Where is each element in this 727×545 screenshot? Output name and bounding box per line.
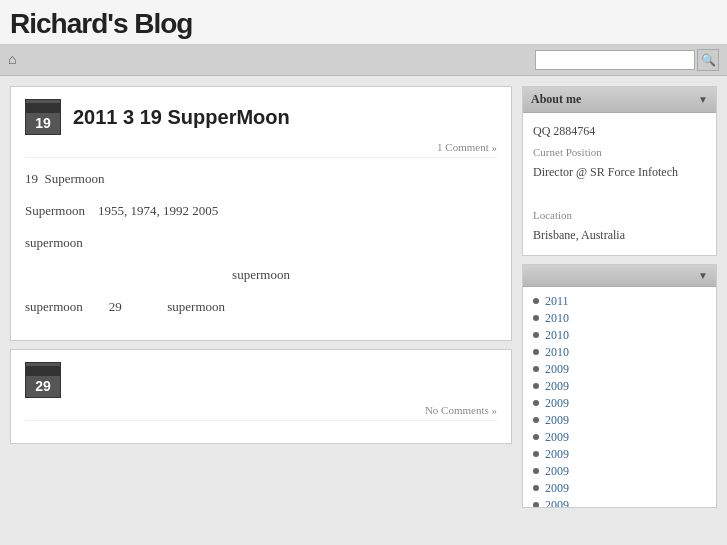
archive-item[interactable]: 2009 bbox=[533, 361, 706, 378]
archive-item[interactable]: 2009 bbox=[533, 378, 706, 395]
archive-widget-header: ▼ bbox=[523, 265, 716, 287]
post-date-icon-1: 19 bbox=[25, 99, 61, 135]
archive-widget: ▼ 20112010201020102009200920092009200920… bbox=[522, 264, 717, 508]
comment-count-2[interactable]: No Comments » bbox=[425, 404, 497, 416]
home-icon[interactable]: ⌂ bbox=[8, 52, 16, 68]
archive-item[interactable]: 2010 bbox=[533, 344, 706, 361]
about-widget: About me ▼ QQ 2884764 Curnet Position Di… bbox=[522, 86, 717, 256]
archive-year: 2009 bbox=[545, 498, 569, 507]
archive-item[interactable]: 2009 bbox=[533, 497, 706, 507]
archive-list: 2011201020102010200920092009200920092009… bbox=[523, 287, 716, 507]
archive-year: 2010 bbox=[545, 328, 569, 343]
archive-item[interactable]: 2011 bbox=[533, 293, 706, 310]
about-location: Brisbane, Australia bbox=[533, 225, 706, 247]
archive-item[interactable]: 2009 bbox=[533, 446, 706, 463]
archive-dot bbox=[533, 485, 539, 491]
archive-year: 2009 bbox=[545, 430, 569, 445]
site-title: Richard's Blog bbox=[10, 8, 717, 40]
archive-item[interactable]: 2009 bbox=[533, 429, 706, 446]
archive-year: 2009 bbox=[545, 447, 569, 462]
post-header-2: 29 bbox=[25, 362, 497, 398]
post-meta-1: 1 Comment » bbox=[25, 141, 497, 158]
archive-dot bbox=[533, 315, 539, 321]
archive-dot bbox=[533, 502, 539, 507]
archive-year: 2009 bbox=[545, 481, 569, 496]
site-header: Richard's Blog bbox=[0, 0, 727, 45]
post-meta-2: No Comments » bbox=[25, 404, 497, 421]
post-date-icon-2: 29 bbox=[25, 362, 61, 398]
archive-dot bbox=[533, 400, 539, 406]
search-button[interactable]: 🔍 bbox=[697, 49, 719, 71]
post-day-1: 19 bbox=[35, 115, 51, 131]
about-widget-header: About me ▼ bbox=[523, 87, 716, 113]
archive-item[interactable]: 2009 bbox=[533, 480, 706, 497]
archive-year: 2009 bbox=[545, 379, 569, 394]
archive-collapse-icon[interactable]: ▼ bbox=[698, 270, 708, 281]
about-widget-title: About me bbox=[531, 92, 581, 107]
post-header-1: 19 2011 3 19 SupperMoon bbox=[25, 99, 497, 135]
archive-year: 2011 bbox=[545, 294, 569, 309]
body-line-4: supermoon bbox=[25, 264, 497, 286]
archive-year: 2010 bbox=[545, 345, 569, 360]
layout: 19 2011 3 19 SupperMoon 1 Comment » 19 S… bbox=[0, 76, 727, 518]
body-line-1: 19 Supermoon bbox=[25, 168, 497, 190]
archive-year: 2009 bbox=[545, 362, 569, 377]
post-title-1: 2011 3 19 SupperMoon bbox=[73, 106, 290, 129]
archive-year: 2009 bbox=[545, 413, 569, 428]
post-day-2: 29 bbox=[35, 378, 51, 394]
archive-dot bbox=[533, 366, 539, 372]
archive-dot bbox=[533, 298, 539, 304]
archive-year: 2010 bbox=[545, 311, 569, 326]
about-position-label: Curnet Position bbox=[533, 143, 706, 163]
search-input[interactable] bbox=[535, 50, 695, 70]
post-card-1: 19 2011 3 19 SupperMoon 1 Comment » 19 S… bbox=[10, 86, 512, 341]
archive-dot bbox=[533, 383, 539, 389]
archive-item[interactable]: 2010 bbox=[533, 327, 706, 344]
archive-item[interactable]: 2010 bbox=[533, 310, 706, 327]
body-line-2: Supermoon 1955, 1974, 1992 2005 bbox=[25, 200, 497, 222]
nav-bar: ⌂ 🔍 bbox=[0, 45, 727, 76]
archive-dot bbox=[533, 332, 539, 338]
comment-count-1[interactable]: 1 Comment » bbox=[437, 141, 497, 153]
archive-dot bbox=[533, 434, 539, 440]
archive-dot bbox=[533, 417, 539, 423]
archive-dot bbox=[533, 451, 539, 457]
main-content: 19 2011 3 19 SupperMoon 1 Comment » 19 S… bbox=[10, 86, 512, 444]
about-location-label: Location bbox=[533, 206, 706, 226]
about-widget-body: QQ 2884764 Curnet Position Director @ SR… bbox=[523, 113, 716, 255]
about-qq: QQ 2884764 bbox=[533, 121, 706, 143]
archive-item[interactable]: 2009 bbox=[533, 463, 706, 480]
archive-item[interactable]: 2009 bbox=[533, 412, 706, 429]
post-card-2: 29 No Comments » bbox=[10, 349, 512, 444]
sidebar: About me ▼ QQ 2884764 Curnet Position Di… bbox=[522, 86, 717, 508]
about-collapse-icon[interactable]: ▼ bbox=[698, 94, 708, 105]
archive-item[interactable]: 2009 bbox=[533, 395, 706, 412]
archive-dot bbox=[533, 468, 539, 474]
archive-year: 2009 bbox=[545, 464, 569, 479]
about-position: Director @ SR Force Infotech bbox=[533, 162, 706, 184]
archive-year: 2009 bbox=[545, 396, 569, 411]
body-line-3: supermoon bbox=[25, 232, 497, 254]
post-body-1: 19 Supermoon Supermoon 1955, 1974, 1992 … bbox=[25, 168, 497, 318]
archive-dot bbox=[533, 349, 539, 355]
search-box: 🔍 bbox=[535, 49, 719, 71]
body-line-5: supermoon 29 supermoon bbox=[25, 296, 497, 318]
